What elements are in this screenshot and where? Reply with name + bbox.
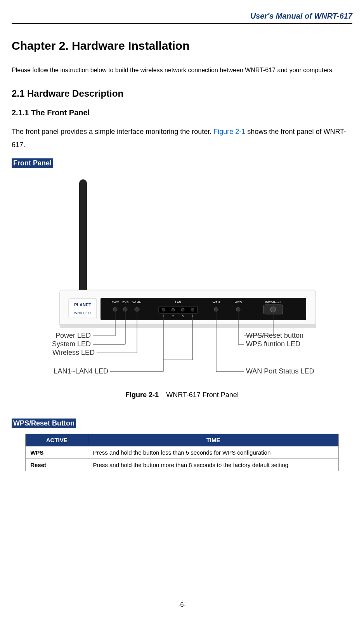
page-number: -6- — [0, 601, 364, 608]
panel-label-wlan: WLAN — [132, 300, 141, 304]
panel-label-pwr: PWR — [112, 300, 119, 304]
cell-active: Reset — [26, 459, 88, 471]
figure-caption: Figure 2-1 WNRT-617 Front Panel — [12, 391, 352, 399]
chapter-intro: Please follow the instruction below to b… — [12, 64, 352, 76]
cell-active: WPS — [26, 446, 88, 459]
table-header-time: TIME — [88, 434, 338, 446]
svg-rect-3 — [60, 324, 316, 328]
panel-label-sys: SYS — [122, 300, 128, 304]
figure-reference-link[interactable]: Figure 2-1 — [213, 128, 245, 135]
router-front-panel-diagram: PLANET WNRT-617 PWR SYS WLAN LAN WAN WPS… — [23, 177, 341, 383]
panel-label-wps: WPS — [235, 300, 242, 304]
svg-rect-5 — [69, 299, 97, 318]
table-header-active: ACTIVE — [26, 434, 88, 446]
figure-caption-label: Figure 2-1 — [125, 391, 159, 399]
cell-time: Press and hold the button less than 5 se… — [88, 446, 338, 459]
svg-point-7 — [123, 307, 127, 311]
callout-power-led: Power LED — [55, 332, 91, 339]
front-panel-label: Front Panel — [12, 158, 53, 168]
callout-wan-led: WAN Port Status LED — [246, 367, 314, 375]
svg-point-8 — [135, 307, 139, 311]
chapter-title: Chapter 2. Hardware Installation — [12, 39, 352, 52]
callout-lan-led: LAN1~LAN4 LED — [54, 367, 108, 375]
svg-point-6 — [113, 307, 117, 311]
svg-point-13 — [191, 308, 194, 311]
panel-label-lan2: 2 — [172, 315, 174, 318]
svg-point-17 — [270, 307, 276, 312]
cell-time: Press and hold the button more than 8 se… — [88, 459, 338, 471]
figure-caption-text: WNRT-617 Front Panel — [166, 391, 239, 399]
svg-point-15 — [236, 307, 240, 311]
page-header: User's Manual of WNRT-617 — [12, 12, 352, 24]
callout-system-led: System LED — [52, 340, 91, 348]
panel-label-wps-reset: WPS/Reset — [265, 300, 281, 304]
table-row: WPS Press and hold the button less than … — [26, 446, 339, 459]
wps-reset-heading: WPS/Reset Button — [12, 419, 76, 428]
panel-label-wan: WAN — [213, 300, 220, 304]
section-2-1-1-title: 2.1.1 The Front Panel — [12, 108, 352, 117]
callout-wps-led: WPS funtion LED — [246, 340, 300, 348]
table-row: Reset Press and hold the button more tha… — [26, 459, 339, 471]
callout-wireless-led: Wireless LED — [52, 349, 95, 356]
panel-label-lan: LAN — [175, 300, 181, 304]
svg-point-11 — [172, 308, 175, 311]
section-2-1-title: 2.1 Hardware Description — [12, 88, 352, 99]
callout-wps-reset-button: WPS/Reset button — [246, 332, 303, 339]
svg-point-12 — [181, 308, 184, 311]
device-model: WNRT-617 — [74, 311, 91, 315]
para-prefix: The front panel provides a simple interf… — [12, 128, 213, 135]
wps-reset-table: ACTIVE TIME WPS Press and hold the butto… — [25, 434, 339, 471]
svg-point-10 — [162, 308, 165, 311]
device-brand: PLANET — [74, 302, 91, 307]
svg-point-14 — [214, 307, 218, 311]
figure-2-1: PLANET WNRT-617 PWR SYS WLAN LAN WAN WPS… — [12, 177, 352, 399]
front-panel-para: The front panel provides a simple interf… — [12, 125, 352, 151]
svg-rect-0 — [79, 179, 87, 300]
panel-label-lan3: 3 — [182, 315, 184, 318]
